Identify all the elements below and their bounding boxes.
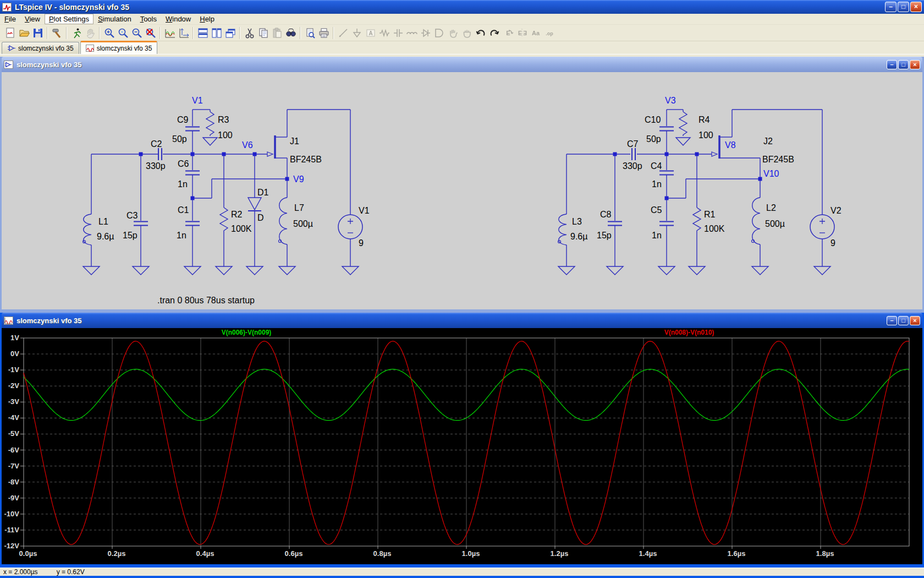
close-button[interactable]: × <box>910 60 920 69</box>
schematic-label-BF245B-11: BF245B <box>290 155 322 164</box>
text-tool-icon[interactable]: Aa <box>529 26 542 40</box>
status-bar: x = 2.000µs y = 0.62V <box>0 568 924 576</box>
schematic-label-C2-5: C2 <box>151 139 162 149</box>
schematic-label-330p-33: 330p <box>623 161 642 171</box>
rotate-tool-icon[interactable]: E <box>501 26 515 40</box>
x-tick-0.2µs: 0.2µs <box>108 549 126 558</box>
spice-directive-tool-icon[interactable]: .op <box>542 26 556 40</box>
y-tick--5V: -5V <box>8 429 20 438</box>
x-tick-1.8µs: 1.8µs <box>816 549 834 558</box>
waveform-plot-area[interactable]: 1V0V-1V-2V-3V-4V-5V-6V-7V-8V-9V-10V-11V-… <box>2 328 922 564</box>
menu-tools[interactable]: Tools <box>136 14 161 24</box>
waveform-window: slomczynski vfo 35 –□× 1V0V-1V-2V-3V-4V-… <box>0 313 924 568</box>
inductor-tool-icon[interactable] <box>405 26 419 40</box>
svg-text:E: E <box>506 30 510 36</box>
run-icon[interactable] <box>69 26 83 40</box>
diode-tool-icon[interactable] <box>419 26 432 40</box>
control-panel-icon[interactable] <box>50 26 64 40</box>
trace-label-red[interactable]: V(n008)-V(n010) <box>664 329 714 336</box>
trace-label-green[interactable]: V(n006)-V(n009) <box>222 329 272 336</box>
close-button[interactable]: × <box>910 316 920 325</box>
menu-simulation[interactable]: Simulation <box>94 14 136 24</box>
toolbar-separator <box>333 27 334 39</box>
tab-label: slomczynski vfo 35 <box>97 45 152 52</box>
tab-2-waveform[interactable]: slomczynski vfo 35 <box>80 41 158 54</box>
zoom-out-icon[interactable] <box>130 26 144 40</box>
undo-icon[interactable] <box>474 26 487 40</box>
schematic-label-9.6_-20: 9.6µ <box>97 232 114 241</box>
capacitor-tool-icon[interactable] <box>391 26 405 40</box>
app-title: LTspice IV - slomczynski vfo 35 <box>15 3 129 12</box>
schematic-label-BF245B-38: BF245B <box>762 155 794 164</box>
schematic-canvas[interactable]: V1C950pR3100C2330pC61nV6J1BF245BV9C11nR2… <box>2 72 922 309</box>
close-button[interactable]: × <box>910 2 922 12</box>
schematic-drawing: V1C950pR3100C2330pC61nV6J1BF245BV9C11nR2… <box>2 72 922 309</box>
y-tick--6V: -6V <box>8 446 20 454</box>
menu-plot-settings[interactable]: Plot Settings <box>45 14 94 24</box>
schematic-label-L3-44: L3 <box>572 217 582 226</box>
schematic-label-J1-10: J1 <box>290 137 299 146</box>
drag-tool-icon[interactable] <box>460 26 474 40</box>
halt-icon[interactable] <box>83 26 97 40</box>
new-schematic-icon[interactable] <box>3 26 17 40</box>
redo-icon[interactable] <box>487 26 501 40</box>
save-icon[interactable] <box>31 26 45 40</box>
minimize-button[interactable]: – <box>887 60 897 69</box>
restore-button[interactable]: □ <box>898 60 909 69</box>
schematic-label-1n-8: 1n <box>178 179 188 189</box>
schematic-label-C10-28: C10 <box>645 115 661 124</box>
tab-1-schematic[interactable]: slomczynski vfo 35 <box>2 42 79 54</box>
cursor-y-readout: y = 0.62V <box>57 568 85 576</box>
component-tool-icon[interactable] <box>432 26 446 40</box>
toolbar-separator <box>193 27 194 39</box>
paste-icon[interactable] <box>270 26 284 40</box>
schematic-label-100-31: 100 <box>698 130 713 140</box>
print-icon[interactable] <box>317 26 331 40</box>
cascade-windows-icon[interactable] <box>223 26 237 40</box>
schematic-label-V9-12: V9 <box>293 175 304 184</box>
schematic-label-C3-21: C3 <box>127 211 138 220</box>
y-tick--12V: -12V <box>4 542 20 550</box>
minimize-button[interactable]: – <box>887 316 897 325</box>
y-tick--7V: -7V <box>8 462 20 470</box>
y-tick-0V: 0V <box>10 350 19 358</box>
y-tick--9V: -9V <box>8 494 20 502</box>
schematic-label-15p-47: 15p <box>597 231 612 240</box>
svg-text:E: E <box>518 30 522 36</box>
minimize-button[interactable]: – <box>885 2 897 12</box>
mirror-tool-icon[interactable]: EE <box>515 26 529 40</box>
restore-button[interactable]: □ <box>898 316 909 325</box>
toolbar-separator <box>160 27 161 39</box>
spice-directive-text: .tran 0 80us 78us startup <box>157 296 255 305</box>
menu-window[interactable]: Window <box>161 14 195 24</box>
restore-button[interactable]: □ <box>898 2 909 12</box>
ground-tool-icon[interactable] <box>350 26 364 40</box>
tile-vertical-icon[interactable] <box>196 26 210 40</box>
zoom-extents-icon[interactable] <box>116 26 130 40</box>
menu-file[interactable]: File <box>0 14 20 24</box>
copy-icon[interactable] <box>256 26 270 40</box>
find-icon[interactable] <box>284 26 298 40</box>
wire-tool-icon[interactable] <box>336 26 350 40</box>
resistor-tool-icon[interactable] <box>377 26 391 40</box>
schematic-label-1n-14: 1n <box>177 231 186 240</box>
x-tick-0.6µs: 0.6µs <box>285 549 303 558</box>
print-preview-icon[interactable] <box>303 26 317 40</box>
label-tool-icon[interactable]: A <box>364 26 377 40</box>
menu-view[interactable]: View <box>20 14 45 24</box>
manual-limits-icon[interactable] <box>177 26 190 40</box>
move-tool-icon[interactable] <box>446 26 460 40</box>
schematic-label-1n-41: 1n <box>652 231 662 240</box>
schematic-window-title-bar: slomczynski vfo 35 –□× <box>2 57 922 72</box>
zoom-undo-icon[interactable] <box>144 26 157 40</box>
tile-horizontal-icon[interactable] <box>210 26 223 40</box>
schematic-label-J2-37: J2 <box>763 137 773 146</box>
open-icon[interactable] <box>17 26 31 40</box>
schematic-label-C6-7: C6 <box>178 159 189 168</box>
cut-icon[interactable] <box>243 26 256 40</box>
zoom-in-icon[interactable] <box>102 26 116 40</box>
autorange-y-icon[interactable] <box>163 26 177 40</box>
x-tick-0.8µs: 0.8µs <box>373 549 392 558</box>
schematic-label-100K-16: 100K <box>231 224 252 233</box>
menu-help[interactable]: Help <box>195 14 219 24</box>
